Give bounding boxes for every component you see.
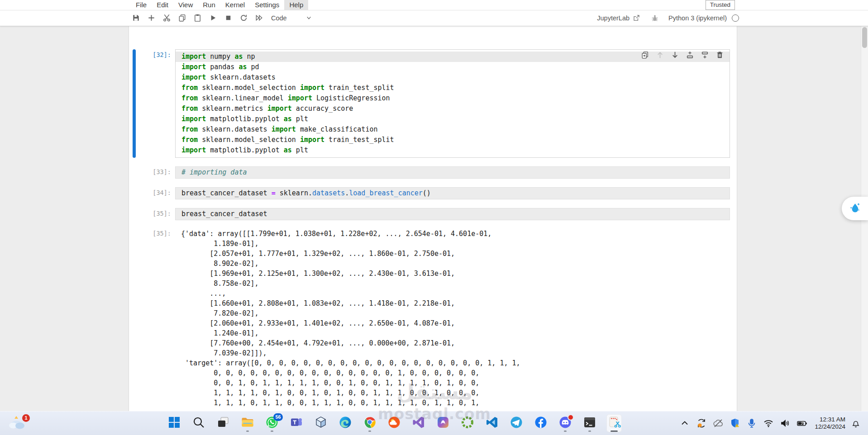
- duplicate-cell-button[interactable]: [641, 51, 649, 59]
- running-indicator: [271, 430, 273, 432]
- input-prompt: [33]:: [136, 166, 175, 179]
- vscode-button[interactable]: [484, 414, 500, 432]
- tray-sync-icon[interactable]: [696, 418, 707, 429]
- code-line: breast_cancer_dataset: [176, 209, 730, 219]
- code-cell: [32]:import numpy as npimport pandas as …: [129, 49, 737, 158]
- menu-kernel[interactable]: Kernel: [220, 0, 250, 10]
- running-indicator: [588, 430, 591, 432]
- trusted-badge[interactable]: Trusted: [706, 0, 735, 10]
- code-cell: [33]:# importing data: [129, 166, 737, 179]
- debugger-bug-icon[interactable]: [651, 14, 659, 22]
- insert-cell-below-button[interactable]: [701, 51, 709, 59]
- green-ring-app-button[interactable]: [460, 414, 475, 432]
- save-button[interactable]: [131, 13, 141, 23]
- scrollbar-thumb[interactable]: [862, 27, 867, 48]
- cell-editor[interactable]: breast_cancer_dataset = sklearn.datasets…: [175, 187, 730, 199]
- insert-cell-button[interactable]: [147, 13, 156, 23]
- running-indicator: [564, 430, 567, 432]
- menu-settings[interactable]: Settings: [250, 0, 284, 10]
- telegram-button[interactable]: [509, 414, 524, 432]
- code-cell: [35]:breast_cancer_dataset: [129, 208, 737, 220]
- restart-run-all-button[interactable]: [254, 13, 264, 23]
- cell-editor[interactable]: import numpy as npimport pandas as pdimp…: [175, 49, 730, 158]
- external-link-icon[interactable]: [633, 14, 640, 22]
- cut-cells-button[interactable]: [162, 13, 172, 23]
- notification-dot: [568, 414, 574, 421]
- menu-run[interactable]: Run: [198, 0, 220, 10]
- copy-cells-button[interactable]: [177, 13, 187, 23]
- snipping-tool-button[interactable]: [606, 414, 622, 432]
- menu-file[interactable]: File: [131, 0, 152, 10]
- run-cell-button[interactable]: [208, 13, 218, 23]
- task-view-button[interactable]: [215, 414, 231, 432]
- code-line: # importing data: [176, 167, 730, 178]
- whatsapp-button[interactable]: 56: [264, 414, 280, 432]
- weather-widget[interactable]: 1: [7, 414, 31, 433]
- delete-cell-button[interactable]: [715, 51, 724, 59]
- clock-time: 12:31 AM: [815, 416, 845, 423]
- cell-collapser[interactable]: [133, 187, 136, 199]
- restart-kernel-button[interactable]: [239, 13, 248, 23]
- tray-microphone-icon[interactable]: [746, 418, 757, 429]
- cell-editor[interactable]: breast_cancer_dataset: [175, 208, 730, 220]
- menu-view[interactable]: View: [173, 0, 198, 10]
- tray-onedrive-icon[interactable]: [713, 418, 724, 429]
- interrupt-kernel-button[interactable]: [224, 13, 233, 23]
- running-indicator: [610, 430, 618, 432]
- tray-volume-icon[interactable]: [780, 418, 791, 429]
- code-line: import pandas as pd: [176, 62, 730, 72]
- move-cell-down-button[interactable]: [671, 51, 679, 59]
- clock-date: 12/24/2024: [815, 423, 845, 430]
- kernel-name[interactable]: Python 3 (ipykernel): [668, 14, 727, 22]
- teams-button[interactable]: [289, 414, 304, 432]
- tray-battery-icon[interactable]: [796, 418, 807, 429]
- cell-collapser[interactable]: [133, 49, 136, 158]
- code-line: from sklearn.model_selection import trai…: [176, 135, 730, 145]
- weather-app-button[interactable]: [386, 414, 402, 432]
- cell-collapser[interactable]: [133, 166, 136, 179]
- discord-button[interactable]: [558, 414, 573, 432]
- start-button[interactable]: [167, 414, 182, 432]
- search-button[interactable]: [191, 414, 206, 432]
- file-explorer-button[interactable]: [240, 414, 255, 432]
- system-tray: 12:31 AM 12/24/2024: [679, 411, 861, 435]
- tray-wifi-icon[interactable]: [763, 418, 774, 429]
- insert-cell-above-button[interactable]: [686, 51, 694, 59]
- menu-help[interactable]: Help: [284, 0, 308, 10]
- taskbar-apps: 56: [167, 414, 622, 432]
- move-cell-up-button[interactable]: [656, 51, 664, 59]
- kernel-status-icon: [732, 14, 739, 22]
- cell-collapser[interactable]: [133, 208, 136, 220]
- paste-cells-button[interactable]: [193, 13, 202, 23]
- cell-editor[interactable]: # importing data: [175, 166, 730, 179]
- code-line: import matplotlib.pyplot as plt: [176, 114, 730, 124]
- code-line: import matplotlib.pyplot as plt: [176, 145, 730, 156]
- visual-studio-button[interactable]: [411, 414, 426, 432]
- toolbar-buttons: [131, 13, 264, 23]
- taskbar: 1 56 12:31 AM 12/24/2024: [0, 411, 868, 435]
- assistant-pill[interactable]: [842, 197, 868, 220]
- menu-edit[interactable]: Edit: [152, 0, 173, 10]
- output-text: {'data': array([[1.799e+01, 1.038e+01, 1…: [175, 229, 520, 408]
- cell-toolbar: [641, 51, 724, 59]
- taskbar-clock[interactable]: 12:31 AM 12/24/2024: [815, 416, 845, 430]
- code-cell: [34]:breast_cancer_dataset = sklearn.dat…: [129, 187, 737, 199]
- input-prompt: [32]:: [136, 49, 175, 158]
- terminal-button[interactable]: [582, 414, 597, 432]
- facebook-button[interactable]: [533, 414, 548, 432]
- notifications-bell-icon[interactable]: [851, 418, 861, 428]
- input-prompt: [35]:: [136, 208, 175, 220]
- 3d-box-app-button[interactable]: [313, 414, 329, 432]
- code-line: from sklearn.metrics import accuracy_sco…: [176, 104, 730, 114]
- chrome-button[interactable]: [362, 414, 377, 432]
- output-collapser[interactable]: [133, 229, 136, 408]
- tray-expand-button[interactable]: [679, 418, 690, 429]
- cell-type-value: Code: [271, 14, 287, 22]
- cell-type-dropdown[interactable]: Code: [271, 14, 313, 22]
- edge-button[interactable]: [338, 414, 353, 432]
- code-line: from sklearn.linear_model import Logisti…: [176, 93, 730, 104]
- tray-security-icon[interactable]: [730, 418, 740, 429]
- copilot-button[interactable]: [435, 414, 451, 432]
- output-area: [35]: {'data': array([[1.799e+01, 1.038e…: [129, 229, 737, 408]
- jupyterlab-link[interactable]: JupyterLab: [597, 14, 630, 22]
